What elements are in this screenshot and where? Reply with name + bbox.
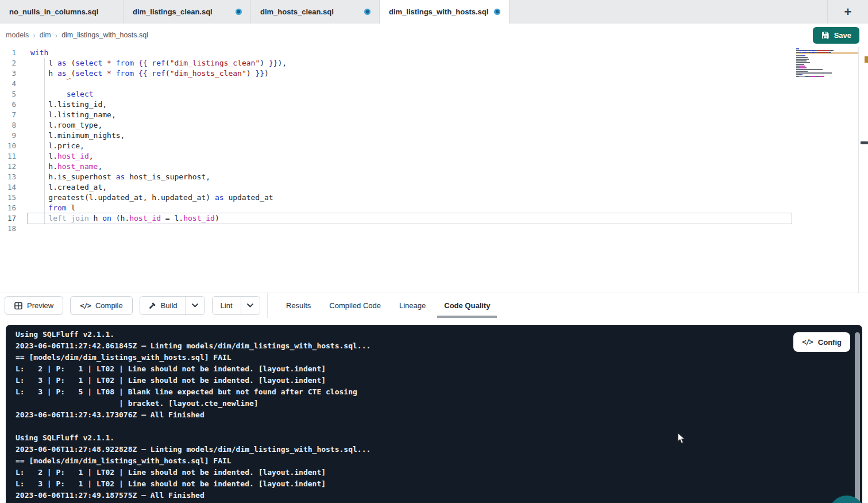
code-line[interactable]: 10 l.price, [0, 141, 858, 151]
code-line[interactable]: 4 [0, 79, 858, 89]
code-line-text: select [16, 89, 94, 99]
code-line-text: l as (select * from {{ ref("dim_listings… [16, 58, 287, 68]
code-line[interactable]: 14 l.created_at, [0, 182, 858, 193]
code-line[interactable]: 17 left join h on (h.host_id = l.host_id… [0, 213, 858, 224]
code-editor[interactable]: 1with2 l as (select * from {{ ref("dim_l… [0, 47, 868, 293]
preview-button[interactable]: Preview [5, 296, 63, 315]
code-line-text: l.created_at, [16, 182, 107, 193]
line-number[interactable]: 3 [0, 68, 16, 79]
line-number[interactable]: 9 [0, 130, 16, 141]
build-options-dropdown[interactable] [186, 297, 205, 314]
lint-button[interactable]: Lint [213, 297, 241, 314]
line-number[interactable]: 11 [0, 151, 16, 162]
tab-no_nulls_in_columns.sql[interactable]: no_nulls_in_columns.sql [0, 0, 124, 24]
chevron-down-icon [192, 304, 198, 308]
config-button[interactable]: </> Config [793, 332, 850, 352]
code-line[interactable]: 7 l.listing_name, [0, 110, 858, 120]
line-number[interactable]: 14 [0, 182, 16, 193]
code-line[interactable]: 12 h.host_name, [0, 162, 858, 172]
code-line-text: l.price, [16, 141, 84, 151]
code-line-text: from l [16, 203, 75, 213]
code-line[interactable]: 1with [0, 48, 858, 58]
lint-button-label: Lint [221, 301, 233, 310]
code-line[interactable]: 2 l as (select * from {{ ref("dim_listin… [0, 58, 858, 68]
code-line[interactable]: 15 greatest(l.updated_at, h.updated_at) … [0, 193, 858, 203]
lint-output-terminal: Using SQLFluff v2.1.1. 2023-06-06T11:27:… [6, 325, 862, 503]
file-tab-strip: no_nulls_in_columns.sqldim_listings_clea… [0, 0, 868, 24]
tab-dim_hosts_clean.sql[interactable]: dim_hosts_clean.sql [251, 0, 380, 24]
line-number[interactable]: 4 [0, 79, 16, 89]
line-number[interactable]: 5 [0, 89, 16, 99]
code-line[interactable]: 5 select [0, 89, 858, 99]
unsaved-changes-icon[interactable] [364, 9, 371, 15]
panel-tabs: ResultsCompiled CodeLineageCode Quality [286, 293, 490, 318]
editor-tabs: no_nulls_in_columns.sqldim_listings_clea… [0, 0, 510, 24]
code-line[interactable]: 16 from l [0, 203, 858, 213]
breadcrumb: models › dim › dim_listings_with_hosts.s… [6, 31, 148, 40]
lint-options-dropdown[interactable] [241, 297, 260, 314]
code-line-text: left join h on (h.host_id = l.host_id) [16, 213, 219, 224]
line-number[interactable]: 1 [0, 48, 16, 58]
code-lines: 1with2 l as (select * from {{ ref("dim_l… [0, 48, 858, 234]
line-number[interactable]: 6 [0, 99, 16, 110]
line-number[interactable]: 15 [0, 193, 16, 203]
code-line-text: with [16, 48, 48, 58]
minimap[interactable] [796, 48, 840, 79]
code-line-text: l.listing_name, [16, 110, 116, 120]
line-number[interactable]: 10 [0, 141, 16, 151]
code-line-text: l.listing_id, [16, 99, 107, 110]
tab-label: no_nulls_in_columns.sql [9, 7, 98, 16]
unsaved-changes-icon[interactable] [494, 9, 500, 15]
tab-dim_listings_with_hosts.sql[interactable]: dim_listings_with_hosts.sql [380, 0, 510, 24]
code-line[interactable]: 13 h.is_superhost as host_is_superhost, [0, 172, 858, 182]
line-number[interactable]: 16 [0, 203, 16, 213]
hammer-icon [148, 302, 156, 310]
lint-warning-marker [865, 56, 868, 63]
line-number[interactable]: 13 [0, 172, 16, 182]
breadcrumb-dim[interactable]: dim [40, 31, 51, 39]
action-toolbar: Preview </> Compile Build [0, 293, 868, 318]
build-button[interactable]: Build [140, 297, 186, 314]
terminal-scrollbar[interactable] [855, 332, 860, 503]
code-line[interactable]: 6 l.listing_id, [0, 99, 858, 110]
tab-label: dim_listings_with_hosts.sql [389, 7, 488, 16]
config-button-label: Config [818, 338, 842, 347]
line-number[interactable]: 12 [0, 162, 16, 172]
tab-results[interactable]: Results [286, 293, 311, 318]
code-line[interactable]: 11 l.host_id, [0, 151, 858, 162]
scrollbar-annotations[interactable] [858, 47, 868, 293]
code-line[interactable]: 9 l.minimum_nights, [0, 130, 858, 141]
line-number[interactable]: 17 [0, 213, 16, 224]
breadcrumb-models[interactable]: models [6, 31, 29, 39]
line-number[interactable]: 2 [0, 58, 16, 68]
code-line-text: h.host_name, [16, 162, 102, 172]
terminal-output: Using SQLFluff v2.1.1. 2023-06-06T11:27:… [6, 325, 862, 501]
code-line-text: l.room_type, [16, 120, 102, 130]
unsaved-changes-icon[interactable] [236, 9, 242, 15]
code-line[interactable]: 3 h as (select * from {{ ref("dim_hosts_… [0, 68, 858, 79]
compile-button[interactable]: </> Compile [70, 296, 132, 315]
tab-dim_listings_clean.sql[interactable]: dim_listings_clean.sql [124, 0, 251, 24]
dbt-ide-window: no_nulls_in_columns.sqldim_listings_clea… [0, 0, 868, 503]
build-button-label: Build [161, 301, 178, 310]
code-line[interactable]: 18 [0, 224, 858, 234]
code-brackets-icon: </> [802, 338, 813, 346]
floppy-disk-icon [821, 31, 830, 40]
line-number[interactable]: 18 [0, 224, 16, 234]
line-number[interactable]: 8 [0, 120, 16, 130]
code-line-text [16, 79, 30, 89]
tab-compiled-code[interactable]: Compiled Code [329, 293, 381, 318]
chevron-down-icon [247, 304, 253, 308]
line-number[interactable]: 7 [0, 110, 16, 120]
compile-button-label: Compile [95, 301, 123, 310]
file-header-bar: models › dim › dim_listings_with_hosts.s… [0, 24, 868, 47]
tab-lineage[interactable]: Lineage [399, 293, 426, 318]
code-line[interactable]: 8 l.room_type, [0, 120, 858, 130]
new-tab-button[interactable]: + [827, 0, 868, 24]
tab-code-quality[interactable]: Code Quality [444, 293, 490, 318]
lint-split-button: Lint [212, 296, 260, 315]
save-button[interactable]: Save [813, 27, 859, 44]
code-line-text: h as (select * from {{ ref("dim_hosts_cl… [16, 68, 269, 79]
build-split-button: Build [140, 296, 205, 315]
breadcrumb-separator-icon: › [33, 31, 35, 40]
